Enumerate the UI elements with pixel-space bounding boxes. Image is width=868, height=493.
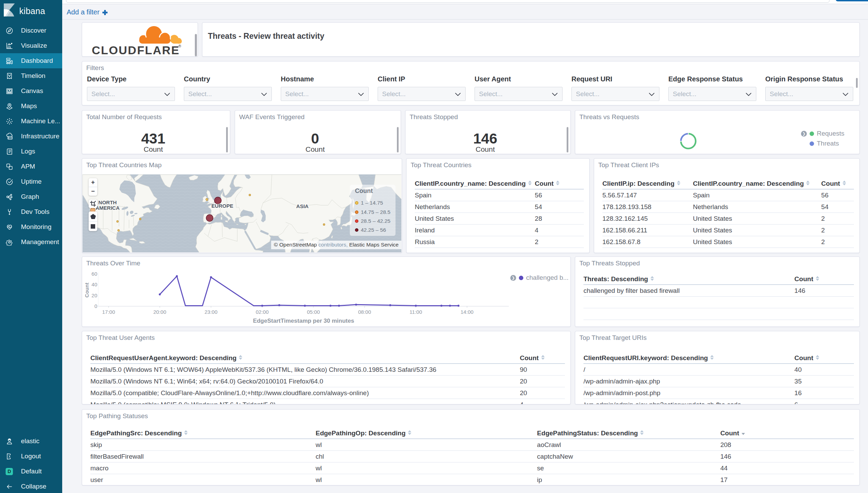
line-point[interactable] (159, 294, 161, 296)
table-cell: / (583, 364, 794, 376)
donut-slice-threats[interactable] (681, 134, 688, 141)
world-map[interactable]: NORTHAMERICAEUROPEASIA+−Count1 – 14.7514… (82, 174, 401, 252)
kibana-logo-icon[interactable] (3, 3, 15, 18)
legend-item[interactable]: Threats (810, 140, 844, 147)
legend-item[interactable]: ❯Requests (801, 130, 844, 137)
column-header[interactable]: ClientIP.country_name: Descending (693, 180, 821, 190)
column-header[interactable]: Count (535, 180, 584, 190)
sidebar-item-visualize[interactable]: Visualize (0, 38, 62, 53)
cloudflare-logo-panel: CLOUDFLARE ® (82, 22, 198, 57)
map-threat-dot[interactable] (206, 198, 208, 200)
sidebar-item-infrastructure[interactable]: Infrastructure (0, 129, 62, 144)
legend-expand-icon[interactable]: ❯ (801, 131, 807, 137)
map-draw-rect-button[interactable] (89, 221, 97, 231)
sidebar-item-default[interactable]: DDefault (0, 464, 62, 479)
line-point[interactable] (338, 305, 340, 307)
add-filter-link[interactable]: Add a filter (67, 8, 108, 16)
select-placeholder: Select... (770, 90, 793, 98)
map-panel: Top Threat Countries Map NORTHAMERICAEUR… (82, 158, 402, 253)
panel-scrollbar[interactable] (226, 127, 228, 152)
legend-expand-icon[interactable]: ❯ (510, 275, 516, 281)
sidebar-item-logout[interactable]: Logout (0, 449, 62, 464)
line-point[interactable] (261, 305, 263, 307)
filter-select[interactable]: Select... (475, 87, 563, 101)
filter-select[interactable]: Select... (87, 87, 175, 101)
sidebar-item-apm[interactable]: APM (0, 159, 62, 174)
line-point[interactable] (210, 276, 212, 278)
table-cell (583, 308, 794, 320)
line-point[interactable] (330, 305, 332, 307)
column-header[interactable]: Threats: Descending (583, 275, 794, 285)
panel-scrollbar[interactable] (567, 127, 568, 152)
decorative-svg (6, 57, 13, 65)
threats-vs-requests-donut[interactable] (679, 132, 697, 150)
filter-select[interactable]: Select... (184, 87, 272, 101)
osm-contributors-link[interactable]: contributors, (319, 242, 348, 248)
update-button[interactable] (836, 0, 868, 1)
sidebar-item-dev-tools[interactable]: Dev Tools (0, 204, 62, 219)
map-threat-dot[interactable] (140, 218, 141, 220)
map-draw-bounds-button[interactable] (89, 199, 97, 208)
table-cell: macro (90, 462, 315, 474)
line-point[interactable] (457, 305, 459, 307)
line-point[interactable] (355, 303, 357, 306)
sidebar-item-timelion[interactable]: Timelion (0, 68, 62, 83)
map-threat-dot[interactable] (323, 224, 325, 226)
map-draw-polygon-button[interactable] (89, 211, 97, 221)
column-header[interactable]: Count (794, 275, 854, 285)
table-cell: 54 (821, 201, 854, 213)
column-header[interactable]: EdgePathingOp: Descending (315, 429, 537, 439)
map-threat-dot[interactable] (206, 215, 213, 221)
column-header[interactable]: Count (720, 429, 854, 439)
sidebar-item-elastic[interactable]: elastic (0, 434, 62, 449)
table-cell: wl (315, 439, 537, 451)
line-point[interactable] (415, 305, 417, 307)
map-threat-dot[interactable] (117, 221, 119, 222)
line-point[interactable] (389, 304, 391, 306)
filter-select[interactable]: Select... (571, 87, 659, 101)
sidebar-item-dashboard[interactable]: Dashboard (0, 53, 62, 68)
sidebar-item-machine-le[interactable]: Machine Le... (0, 114, 62, 129)
line-point[interactable] (304, 305, 306, 307)
legend-item[interactable]: ❯challenged b... (510, 274, 569, 282)
column-header[interactable]: ClientRequestURI.keyword: Descending (583, 354, 794, 364)
sidebar-item-graph[interactable]: Graph (0, 189, 62, 204)
line-point[interactable] (176, 275, 178, 277)
panel-scrollbar[interactable] (195, 34, 197, 56)
sort-icon (528, 181, 532, 186)
svg-text:05:00: 05:00 (307, 309, 320, 315)
column-header[interactable]: Count (821, 180, 854, 190)
column-header[interactable]: EdgePathingStatus: Descending (537, 429, 720, 439)
column-header[interactable]: Count (794, 354, 854, 364)
filter-select[interactable]: Select... (668, 87, 756, 101)
map-zoom-out-button[interactable]: − (89, 187, 97, 196)
query-input[interactable] (66, 0, 830, 3)
line-panel-title: Threats Over Time (86, 260, 140, 267)
line-point[interactable] (278, 304, 280, 306)
column-header[interactable]: ClientIP.ip: Descending (602, 180, 693, 190)
sidebar-item-monitoring[interactable]: Monitoring (0, 219, 62, 234)
line-point[interactable] (449, 305, 451, 307)
filter-select[interactable]: Select... (281, 87, 369, 101)
sidebar-item-canvas[interactable]: Canvas (0, 83, 62, 99)
sidebar-item-discover[interactable]: Discover (0, 23, 62, 38)
column-header[interactable]: EdgePathingSrc: Descending (90, 429, 315, 439)
map-threat-dot[interactable] (249, 194, 251, 196)
sidebar-item-collapse[interactable]: Collapse (0, 479, 62, 493)
panel-scrollbar[interactable] (856, 78, 858, 88)
map-threat-dot[interactable] (118, 230, 120, 231)
filter-select[interactable]: Select... (765, 87, 853, 101)
sidebar-item-logs[interactable]: Logs (0, 144, 62, 159)
map-zoom-in-button[interactable]: + (89, 178, 97, 187)
column-header[interactable]: ClientIP.country_name: Descending (415, 180, 535, 190)
line-point[interactable] (441, 305, 443, 307)
sidebar-item-maps[interactable]: Maps (0, 99, 62, 114)
sidebar-item-uptime[interactable]: Uptime (0, 174, 62, 189)
column-header[interactable]: ClientRequestUserAgent.keyword: Descendi… (90, 354, 520, 364)
column-header[interactable]: Count (520, 354, 565, 364)
sidebar-item-management[interactable]: Management (0, 234, 62, 250)
filter-select[interactable]: Select... (378, 87, 466, 101)
panel-scrollbar[interactable] (397, 127, 399, 152)
line-chart-legend: ❯challenged b... (510, 274, 569, 282)
chevron-down-icon (843, 93, 848, 96)
